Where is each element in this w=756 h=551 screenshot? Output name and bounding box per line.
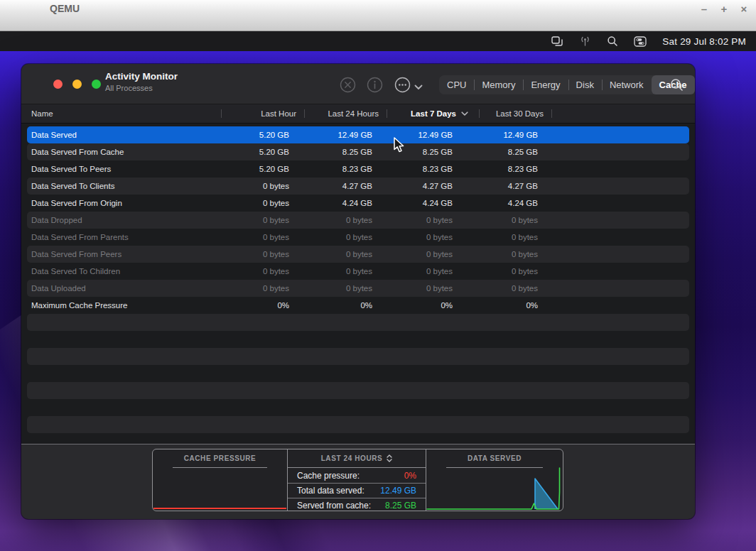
tab-memory[interactable]: Memory	[474, 75, 523, 94]
antenna-icon[interactable]	[579, 34, 591, 48]
data-served-graph	[426, 449, 561, 511]
window-title: Activity Monitor	[105, 71, 178, 82]
table-row[interactable]: Maximum Cache Pressure 0% 0% 0% 0%	[27, 297, 689, 314]
table-row[interactable]: Data Uploaded 0 bytes 0 bytes 0 bytes 0 …	[27, 280, 689, 297]
summary-panels: CACHE PRESSURE LAST 24 HOURS Cache press…	[152, 449, 563, 511]
sort-chevron-down-icon	[461, 111, 468, 116]
stat-value: 12.49 GB	[380, 486, 416, 496]
tab-cpu[interactable]: CPU	[439, 75, 474, 94]
stat-value: 0%	[404, 471, 416, 481]
tab-network[interactable]: Network	[602, 75, 652, 94]
table-row[interactable]: Data Served From Cache 5.20 GB 8.25 GB 8…	[27, 143, 689, 160]
stat-total-data-served: Total data served: 12.49 GB	[288, 483, 426, 498]
last-24-hours-title[interactable]: LAST 24 HOURS	[288, 449, 426, 467]
empty-row	[27, 416, 689, 433]
qemu-minimize-button[interactable]: –	[698, 2, 711, 15]
qemu-close-button[interactable]: ×	[738, 2, 750, 15]
search-icon[interactable]	[607, 34, 618, 48]
tab-disk[interactable]: Disk	[568, 75, 602, 94]
empty-row	[27, 348, 689, 365]
table-row[interactable]: Data Served To Peers 5.20 GB 8.23 GB 8.2…	[27, 160, 689, 178]
tab-energy[interactable]: Energy	[523, 75, 568, 94]
column-header-filler	[552, 104, 695, 123]
table-header: Name Last Hour Last 24 Hours Last 7 Days…	[21, 104, 695, 124]
minimize-traffic-light[interactable]	[72, 80, 82, 89]
traffic-lights	[53, 80, 101, 89]
cache-pressure-panel: CACHE PRESSURE	[153, 449, 288, 511]
footer: CACHE PRESSURE LAST 24 HOURS Cache press…	[21, 444, 695, 519]
empty-row	[27, 365, 689, 382]
empty-row	[27, 314, 689, 331]
empty-row	[27, 382, 689, 399]
column-header-last-24-hours[interactable]: Last 24 Hours	[305, 104, 387, 123]
windows-stack-icon[interactable]	[551, 34, 563, 48]
activity-monitor-window: Activity Monitor All Processes CPU Memor…	[21, 64, 695, 519]
data-served-panel: DATA SERVED	[426, 449, 563, 511]
empty-row	[27, 433, 689, 444]
cache-pressure-graph-line	[153, 508, 286, 509]
close-traffic-light[interactable]	[53, 80, 63, 89]
window-subtitle: All Processes	[105, 84, 178, 92]
empty-row	[27, 331, 689, 348]
last-24-hours-panel: LAST 24 HOURS Cache pressure: 0% Total d…	[288, 449, 426, 511]
column-header-last-7-days[interactable]: Last 7 Days	[387, 104, 480, 123]
stat-served-from-cache: Served from cache: 8.25 GB	[288, 498, 426, 513]
table-row[interactable]: Data Served From Peers 0 bytes 0 bytes 0…	[27, 246, 689, 263]
table-body: Data Served 5.20 GB 12.49 GB 12.49 GB 12…	[21, 124, 695, 444]
panel-divider	[173, 467, 267, 468]
cache-pressure-title: CACHE PRESSURE	[153, 449, 287, 467]
info-button[interactable]	[367, 77, 383, 93]
menubar-clock[interactable]: Sat 29 Jul 8:02 PM	[662, 36, 746, 47]
column-header-name[interactable]: Name	[21, 104, 222, 123]
view-segmented-control: CPU Memory Energy Disk Network Cache	[439, 75, 695, 94]
search-button[interactable]	[669, 77, 685, 93]
mouse-cursor	[393, 137, 407, 157]
column-header-last-hour[interactable]: Last Hour	[222, 104, 305, 123]
updown-chevron-icon	[387, 454, 392, 462]
qemu-titlebar: QEMU – + ×	[0, 0, 756, 31]
table-row[interactable]: Data Served To Children 0 bytes 0 bytes …	[27, 263, 689, 280]
qemu-title: QEMU	[50, 3, 80, 14]
quit-process-button[interactable]	[340, 77, 356, 93]
control-center-icon[interactable]	[634, 34, 647, 48]
table-row[interactable]: Data Served To Clients 0 bytes 4.27 GB 4…	[27, 178, 689, 195]
window-title-block: Activity Monitor All Processes	[105, 71, 178, 92]
qemu-window-controls: – + ×	[698, 2, 750, 15]
zoom-traffic-light[interactable]	[92, 80, 101, 89]
table-row[interactable]: Data Served From Parents 0 bytes 0 bytes…	[27, 229, 689, 246]
more-options-button[interactable]	[394, 77, 411, 93]
qemu-maximize-button[interactable]: +	[718, 2, 730, 15]
table-row[interactable]: Data Served From Origin 0 bytes 4.24 GB …	[27, 195, 689, 212]
table-row[interactable]: Data Dropped 0 bytes 0 bytes 0 bytes 0 b…	[27, 212, 689, 229]
more-options-chevron-icon[interactable]	[413, 79, 424, 95]
stat-cache-pressure: Cache pressure: 0%	[288, 468, 426, 483]
column-header-last-30-days[interactable]: Last 30 Days	[480, 104, 552, 123]
empty-row	[27, 399, 689, 416]
table-row[interactable]: Data Served 5.20 GB 12.49 GB 12.49 GB 12…	[27, 126, 689, 143]
stat-value: 8.25 GB	[385, 501, 416, 511]
macos-menubar: Sat 29 Jul 8:02 PM	[0, 31, 756, 51]
